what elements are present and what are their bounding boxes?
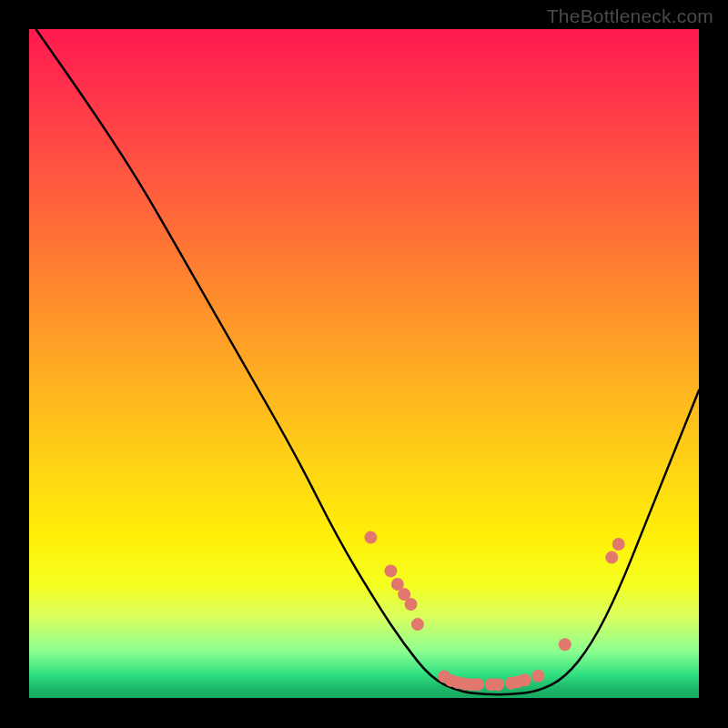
watermark-text: TheBottleneck.com — [547, 5, 713, 27]
data-marker — [491, 678, 504, 691]
data-marker — [605, 551, 618, 564]
plot-area — [29, 29, 699, 698]
data-marker — [405, 598, 418, 611]
data-marker — [384, 564, 397, 577]
data-marker — [519, 673, 531, 686]
data-marker — [612, 538, 625, 551]
chart-svg — [29, 29, 699, 698]
chart-frame: TheBottleneck.com — [0, 0, 728, 728]
data-marker — [411, 618, 424, 631]
bottleneck-curve — [35, 29, 699, 694]
data-marker — [559, 638, 571, 651]
data-marker — [364, 531, 377, 544]
data-marker — [471, 678, 484, 691]
data-markers — [364, 531, 624, 692]
data-marker — [531, 670, 544, 682]
